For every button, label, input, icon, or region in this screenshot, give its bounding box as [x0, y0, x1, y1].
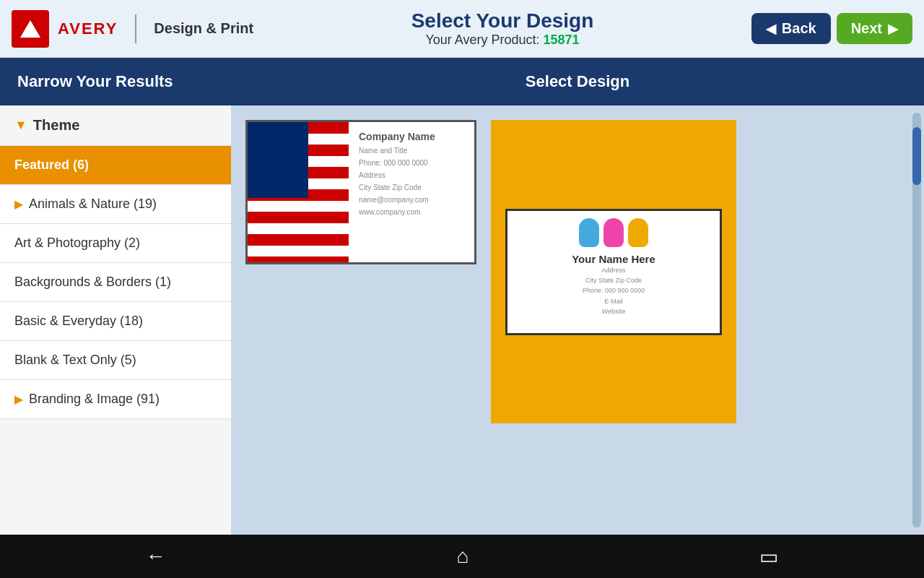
theme-label: Theme: [33, 117, 79, 134]
flag-company-name: Company Name: [359, 131, 464, 142]
animals-chevron-right-icon: ▶: [14, 197, 23, 211]
sidebar-item-animals[interactable]: ▶ Animals & Nature (19): [0, 185, 231, 224]
scrollbar-thumb[interactable]: [912, 127, 921, 185]
main-content: Narrow Your Results ▼ Theme Featured (6)…: [0, 58, 924, 535]
sidebar-item-basic[interactable]: Basic & Everyday (18): [0, 302, 231, 341]
avery-logo-text: AVERY: [58, 20, 118, 38]
branding-chevron-right-icon: ▶: [14, 392, 23, 406]
flipflop-card-wrapper[interactable]: Your Name Here Address City State Zip Co…: [491, 120, 736, 423]
flag-address: Address: [359, 171, 464, 179]
design-grid: Company Name Name and Title Phone: 000 0…: [231, 105, 924, 535]
content-header: Select Design: [231, 58, 924, 105]
flipflop-email: E-Mail: [604, 296, 623, 306]
flipflop-phone: Phone: 000 000 0000: [583, 285, 645, 296]
theme-chevron-down-icon: ▼: [14, 118, 27, 133]
flipflop-your-name: Your Name Here: [572, 253, 655, 265]
narrow-results-label: Narrow Your Results: [17, 72, 173, 90]
sidebar-item-branding[interactable]: ▶ Branding & Image (91): [0, 380, 231, 419]
design-content: Select Design Company Name Name and Titl…: [231, 58, 924, 535]
flipflop-city-state: City State Zip Code: [585, 275, 642, 285]
sidebar-item-blank[interactable]: Blank & Text Only (5): [0, 341, 231, 380]
sidebar-item-featured-label: Featured (6): [14, 158, 89, 173]
scrollbar-track[interactable]: [912, 113, 921, 527]
avery-logo-triangle: [20, 20, 40, 38]
page-title: Select Your Design: [253, 9, 751, 33]
back-arrow-icon: ◀: [766, 21, 776, 37]
sidebar-header: Narrow Your Results: [0, 58, 231, 105]
sidebar-item-backgrounds[interactable]: Backgrounds & Borders (1): [0, 263, 231, 302]
bottom-nav-bar: ← ⌂ ▭: [0, 535, 924, 578]
next-label: Next: [851, 20, 882, 37]
next-arrow-icon: ▶: [888, 21, 898, 37]
sidebar: Narrow Your Results ▼ Theme Featured (6)…: [0, 58, 231, 535]
sidebar-item-backgrounds-label: Backgrounds & Borders (1): [14, 275, 171, 290]
flag-text-area: Company Name Name and Title Phone: 000 0…: [349, 122, 474, 262]
avery-logo-box: [12, 10, 49, 48]
select-design-label: Select Design: [526, 72, 629, 90]
logo-area: AVERY Design & Print: [12, 10, 253, 48]
back-nav-icon[interactable]: ←: [146, 545, 166, 568]
flipflop-icons: [579, 218, 648, 247]
theme-section[interactable]: ▼ Theme: [0, 105, 231, 146]
back-button[interactable]: ◀ Back: [751, 13, 831, 44]
logo-divider: [135, 14, 136, 43]
flag-phone: Phone: 000 000 0000: [359, 159, 464, 167]
product-label: Your Avery Product:: [425, 33, 539, 47]
flipflop-pink-icon: [603, 218, 624, 247]
recents-nav-icon[interactable]: ▭: [759, 545, 778, 569]
sidebar-item-art-label: Art & Photography (2): [14, 236, 140, 251]
flag-canton: [248, 122, 308, 198]
flag-design-card[interactable]: Company Name Name and Title Phone: 000 0…: [245, 120, 476, 264]
sidebar-item-art[interactable]: Art & Photography (2): [0, 224, 231, 263]
flag-image: [248, 122, 349, 262]
flipflop-design-card[interactable]: Your Name Here Address City State Zip Co…: [505, 209, 722, 335]
header: AVERY Design & Print Select Your Design …: [0, 0, 924, 58]
sidebar-item-featured[interactable]: Featured (6): [0, 146, 231, 185]
product-subtitle: Your Avery Product: 15871: [253, 33, 751, 48]
flag-city-state: City State Zip Code: [359, 184, 464, 191]
next-button[interactable]: Next ▶: [837, 13, 912, 44]
flag-website: www.company.com: [359, 208, 464, 216]
sidebar-item-basic-label: Basic & Everyday (18): [14, 314, 143, 329]
flipflop-address: Address: [601, 265, 625, 275]
flipflop-yellow-icon: [628, 218, 648, 247]
header-center: Select Your Design Your Avery Product: 1…: [253, 9, 751, 48]
flipflop-blue-icon: [579, 218, 599, 247]
flag-name-title: Name and Title: [359, 147, 464, 155]
back-label: Back: [782, 20, 816, 37]
product-number: 15871: [544, 33, 580, 47]
app-name: Design & Print: [154, 20, 253, 37]
nav-buttons: ◀ Back Next ▶: [751, 13, 912, 44]
flag-email: name@company.com: [359, 196, 464, 204]
flipflop-website: Website: [602, 306, 625, 316]
sidebar-item-animals-label: Animals & Nature (19): [29, 197, 157, 212]
sidebar-item-branding-label: Branding & Image (91): [29, 392, 160, 407]
home-nav-icon[interactable]: ⌂: [457, 545, 469, 568]
sidebar-item-blank-label: Blank & Text Only (5): [14, 353, 136, 368]
flag-card-wrapper[interactable]: Company Name Name and Title Phone: 000 0…: [245, 120, 476, 423]
